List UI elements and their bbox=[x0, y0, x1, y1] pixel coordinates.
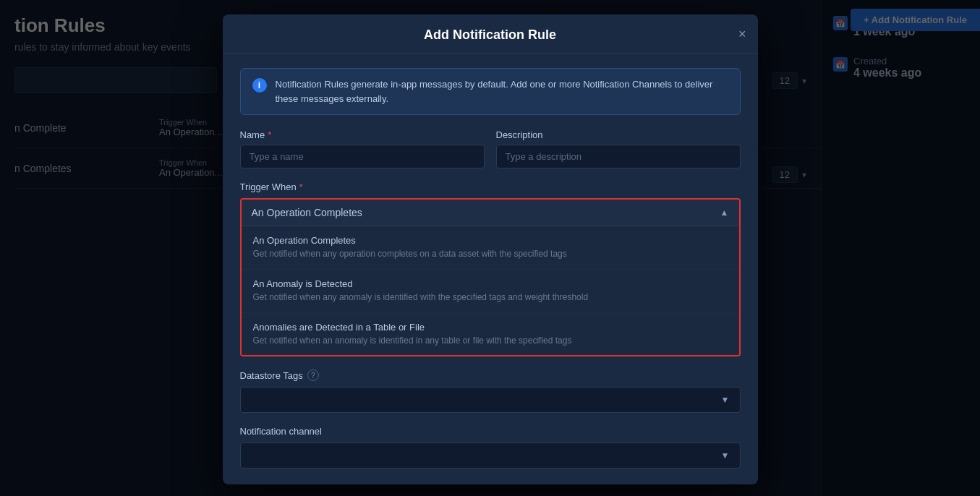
name-description-row: Name * Description bbox=[240, 129, 741, 168]
trigger-section: Trigger When * An Operation Completes ▲ … bbox=[240, 181, 741, 356]
dropdown-option-2[interactable]: An Anomaly is Detected Get notified when… bbox=[242, 270, 739, 313]
info-banner: i Notification Rules generate in-app mes… bbox=[240, 68, 741, 115]
datastore-tags-section: Datastore Tags ? ▼ bbox=[240, 369, 741, 413]
help-icon[interactable]: ? bbox=[307, 369, 319, 381]
dropdown-header[interactable]: An Operation Completes ▲ bbox=[242, 200, 739, 226]
option-desc-2: Get notified when any anomaly is identif… bbox=[253, 291, 728, 304]
chevron-down-icon-channel: ▼ bbox=[721, 450, 730, 461]
trigger-when-label: Trigger When * bbox=[240, 181, 741, 192]
notification-channel-dropdown[interactable]: ▼ bbox=[240, 442, 741, 469]
modal-dialog: Add Notification Rule × i Notification R… bbox=[223, 14, 758, 484]
dropdown-option-1[interactable]: An Operation Completes Get notified when… bbox=[242, 226, 739, 270]
chevron-up-icon: ▲ bbox=[720, 208, 729, 218]
description-input[interactable] bbox=[496, 145, 741, 168]
notification-channel-section: Notification channel ▼ bbox=[240, 426, 741, 469]
datastore-tags-dropdown[interactable]: ▼ bbox=[240, 387, 741, 413]
modal-header: Add Notification Rule × bbox=[223, 14, 758, 54]
name-label: Name * bbox=[240, 129, 485, 140]
modal-title: Add Notification Rule bbox=[424, 27, 556, 43]
chevron-down-icon-tags: ▼ bbox=[721, 395, 730, 405]
dropdown-option-3[interactable]: Anomalies are Detected in a Table or Fil… bbox=[242, 313, 739, 356]
modal-body: i Notification Rules generate in-app mes… bbox=[223, 54, 758, 496]
modal-overlay: Add Notification Rule × i Notification R… bbox=[0, 0, 980, 496]
trigger-required-star: * bbox=[299, 181, 303, 192]
option-title-1: An Operation Completes bbox=[253, 235, 728, 246]
close-button[interactable]: × bbox=[738, 27, 746, 40]
notification-channel-label: Notification channel bbox=[240, 426, 741, 437]
info-text: Notification Rules generate in-app messa… bbox=[276, 77, 728, 106]
dropdown-selected-text: An Operation Completes bbox=[252, 207, 362, 218]
option-title-2: An Anomaly is Detected bbox=[253, 278, 728, 289]
description-label: Description bbox=[496, 129, 741, 140]
required-star: * bbox=[268, 129, 271, 140]
name-group: Name * bbox=[240, 129, 485, 168]
option-desc-1: Get notified when any operation complete… bbox=[253, 248, 728, 260]
dropdown-options: An Operation Completes Get notified when… bbox=[242, 226, 739, 355]
trigger-dropdown[interactable]: An Operation Completes ▲ An Operation Co… bbox=[240, 198, 741, 356]
description-group: Description bbox=[496, 129, 741, 168]
name-input[interactable] bbox=[240, 145, 485, 168]
option-title-3: Anomalies are Detected in a Table or Fil… bbox=[253, 322, 728, 333]
datastore-tags-label: Datastore Tags ? bbox=[240, 369, 741, 381]
option-desc-3: Get notified when an anomaly is identifi… bbox=[253, 335, 728, 347]
info-icon: i bbox=[252, 78, 267, 93]
